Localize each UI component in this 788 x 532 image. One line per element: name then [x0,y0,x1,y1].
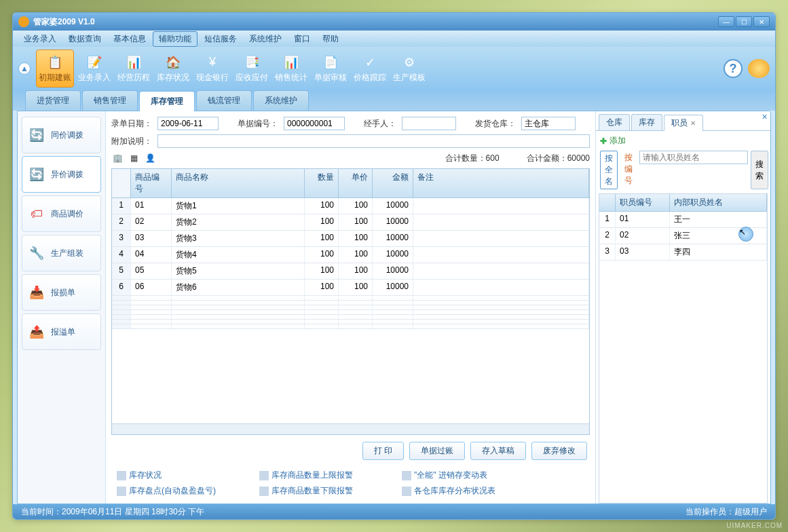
menu-3[interactable]: 辅助功能 [153,31,198,47]
rcol-num [599,194,616,211]
help-icon[interactable]: ? [724,59,743,78]
warehouse-input[interactable] [521,117,576,130]
report-link-2[interactable]: "全能" 进销存变动表 [402,470,524,481]
main-tab-4[interactable]: 系统维护 [253,90,309,111]
summary-amount: 合计金额：60000 [527,153,590,164]
search-button[interactable]: 搜索 [751,151,768,189]
table-row-empty[interactable] [112,320,589,324]
report-link-1[interactable]: 库存商品数量上限报警 [259,470,381,481]
search-input[interactable] [639,151,748,164]
table-row[interactable]: 404货物410010010000 [112,247,589,263]
table-row-empty[interactable] [112,324,589,329]
table-row[interactable]: 303货物310010010000 [112,231,589,247]
menu-7[interactable]: 帮助 [317,32,344,46]
sidebar-item-2[interactable]: 🏷商品调价 [22,195,101,232]
close-button[interactable]: ✕ [753,16,770,27]
menu-1[interactable]: 数据查询 [63,32,107,46]
horizontal-scrollbar[interactable] [112,423,589,434]
table-row[interactable]: 505货物510010010000 [112,263,589,280]
tool-7[interactable]: 📄单据审核 [312,50,350,88]
tool-icon-2: 📊 [124,54,143,71]
employee-row[interactable]: 303李四 [599,244,767,261]
menu-2[interactable]: 基本信息 [108,32,151,46]
handler-input[interactable] [402,117,456,130]
tool-icon-0: 📋 [45,54,64,71]
menu-5[interactable]: 系统维护 [244,32,287,46]
table-row-empty[interactable] [112,305,589,310]
watermark: UIMAKER.COM [726,522,783,529]
tool-6[interactable]: 📊销售统计 [272,50,310,88]
right-tab-1[interactable]: 库存 [631,114,662,130]
grid-icon[interactable]: ▦ [128,152,140,164]
tool-5[interactable]: 📑应收应付 [233,50,271,88]
main-tab-3[interactable]: 钱流管理 [196,90,252,111]
person-icon[interactable]: 👤 [144,152,156,164]
sidebar-item-0[interactable]: 🔄同价调拨 [22,117,101,153]
col-price[interactable]: 单价 [339,169,373,197]
tool-icon-4: ¥ [203,54,222,71]
tool-3[interactable]: 🏠库存状况 [154,50,192,88]
docno-input[interactable] [284,117,345,130]
cursor-icon: ↖ [738,227,753,242]
tool-2[interactable]: 📊经营历程 [115,50,153,88]
menu-0[interactable]: 业务录入 [18,32,62,46]
table-row-empty[interactable] [112,301,589,305]
menu-4[interactable]: 短信服务 [199,32,242,46]
minimize-button[interactable]: — [718,16,734,27]
action-1[interactable]: 单据过账 [409,442,465,460]
table-row[interactable]: 606货物610010010000 [112,280,589,296]
filter-by-name[interactable]: 按全名 [600,151,618,189]
col-code[interactable]: 商品编号 [131,169,172,197]
report-link-0[interactable]: 库存状况 [117,470,239,481]
tool-8[interactable]: ✓价格跟踪 [351,50,389,88]
col-qty[interactable]: 数量 [305,169,339,197]
report-link-4[interactable]: 库存商品数量下限报警 [259,485,381,497]
feedback-icon[interactable] [748,59,770,78]
col-name[interactable]: 商品名称 [172,169,305,197]
tab-close-icon[interactable]: ✕ [690,119,696,127]
panel-close-icon[interactable]: ✕ [762,113,768,121]
sidebar-item-5[interactable]: 📤报溢单 [22,314,101,350]
warehouse-label: 发货仓库： [475,118,516,130]
main-tab-2[interactable]: 库存管理 [139,91,195,111]
report-links: 库存状况库存商品数量上限报警"全能" 进销存变动表库存盘点(自动盘盈盘亏)库存商… [111,467,590,499]
rcol-name[interactable]: 内部职员姓名 [670,194,767,211]
employee-row[interactable]: 101王一 [599,212,767,228]
rcol-code[interactable]: 职员编号 [616,194,670,211]
tool-9[interactable]: ⚙生产模板 [390,50,428,88]
form-panel: 录单日期： 单据编号： 经手人： 发货仓库： 附加说明： 🏢 ▦ 👤 [106,111,595,504]
table-row-empty[interactable] [112,315,589,320]
sidebar-icon-5: 📤 [29,324,44,339]
action-3[interactable]: 废弃修改 [531,442,587,460]
menu-6[interactable]: 窗口 [288,32,316,46]
table-row[interactable]: 202货物210010010000 [112,214,589,231]
col-remark[interactable]: 备注 [413,169,589,197]
note-input[interactable] [157,134,590,148]
filter-by-code[interactable]: 按编号 [620,151,637,189]
col-amount[interactable]: 金额 [373,169,413,197]
table-row-empty[interactable] [112,296,589,301]
table-row[interactable]: 101货物110010010000 [112,198,589,214]
sidebar-item-4[interactable]: 📥报损单 [22,274,101,311]
tool-0[interactable]: 📋初期建账 [36,50,74,88]
date-input[interactable] [157,117,219,130]
grid-body[interactable]: 101货物110010010000202货物210010010000303货物3… [112,198,589,423]
collapse-toolbar-icon[interactable]: ▲ [18,62,31,75]
main-tab-1[interactable]: 销售管理 [82,90,138,111]
sidebar-item-1[interactable]: 🔄异价调拨 [22,156,101,193]
add-button[interactable]: ✚ 添加 [600,135,626,147]
right-tab-0[interactable]: 仓库 [599,114,630,130]
tool-icon-8: ✓ [360,54,379,71]
table-row-empty[interactable] [112,310,589,315]
right-tab-2[interactable]: 职员✕ [664,115,703,131]
maximize-button[interactable]: ☐ [736,16,752,27]
main-tab-0[interactable]: 进货管理 [25,90,81,111]
report-link-5[interactable]: 各仓库库存分布状况表 [402,485,524,497]
report-link-3[interactable]: 库存盘点(自动盘盈盘亏) [117,485,239,497]
sidebar-item-3[interactable]: 🔧生产组装 [22,235,101,271]
tool-4[interactable]: ¥现金银行 [193,50,231,88]
tool-1[interactable]: 📝业务录入 [75,50,113,88]
building-icon[interactable]: 🏢 [111,152,124,164]
action-2[interactable]: 存入草稿 [470,442,526,460]
action-0[interactable]: 打 印 [362,442,404,460]
